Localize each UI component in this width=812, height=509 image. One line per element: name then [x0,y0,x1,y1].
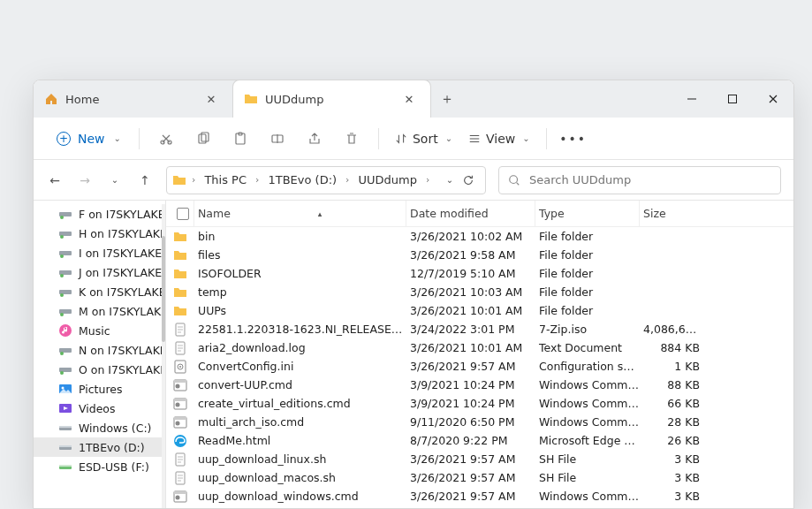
col-date[interactable]: Date modified [406,201,535,226]
forward-button[interactable]: → [76,173,94,187]
sidebar-item-label: ESD-USB (F:) [79,460,149,474]
file-type: SH File [535,471,640,484]
tab-uuddump[interactable]: UUDdump ✕ [232,80,431,118]
maximize-button[interactable] [712,80,753,118]
back-button[interactable]: ← [46,173,64,187]
file-name: uup_download_windows.cmd [194,490,406,503]
file-name: temp [194,285,406,299]
sidebar-item[interactable]: J on I7SKYLAKE [34,262,165,282]
breadcrumb-item[interactable]: 1TBEvo (D:) [264,171,340,188]
view-button[interactable]: View ⌄ [463,132,535,146]
chevron-right-icon[interactable]: › [344,174,351,186]
file-name: multi_arch_iso.cmd [194,415,406,429]
rename-button[interactable] [262,125,293,153]
file-date: 3/26/2021 10:01 AM [406,341,535,354]
sidebar-item[interactable]: O on I7SKYLAKE [34,360,165,379]
file-type: File folder [535,285,640,299]
share-button[interactable] [299,125,330,153]
cmd-icon [173,378,187,392]
svg-point-49 [176,421,180,425]
tab-close-icon[interactable]: ✕ [201,93,222,106]
file-row[interactable]: convert-UUP.cmd3/9/2021 10:24 PMWindows … [166,376,793,394]
sidebar-item[interactable]: Windows (C:) [34,418,165,437]
sidebar-item[interactable]: 1TBEvo (D:) [34,437,165,457]
file-row[interactable]: 22581.1.220318-1623.NI_RELEASE_CLIE...3/… [166,320,793,338]
minimize-button[interactable] [672,80,712,118]
breadcrumb-item[interactable]: UUDdump [355,171,421,188]
file-row[interactable]: bin3/26/2021 10:02 AMFile folder [166,227,793,246]
sidebar-item[interactable]: I on I7SKYLAKE [34,243,165,262]
file-row[interactable]: ReadMe.html8/7/2020 9:22 PMMicrosoft Edg… [166,431,793,450]
file-list: Name▴ Date modified Type Size bin3/26/20… [166,201,793,508]
file-size: 88 KB [640,378,710,391]
sidebar-item[interactable]: Music [34,321,165,340]
folder-icon [173,230,187,244]
sidebar-item[interactable]: M on I7SKYLAKE [34,301,165,321]
file-size: 26 KB [640,434,710,447]
address-bar[interactable]: › This PC › 1TBEvo (D:) › UUDdump › ⌄ [166,166,486,194]
up-button[interactable]: ↑ [136,173,154,187]
file-row[interactable]: uup_download_windows.cmd3/26/2021 9:57 A… [166,487,793,505]
sidebar-item[interactable]: Pictures [34,379,165,399]
file-name: uup_download_linux.sh [194,452,406,466]
svg-rect-45 [174,399,186,401]
sidebar-item[interactable]: H on I7SKYLAKE [34,224,165,243]
svg-rect-31 [59,426,72,428]
chevron-right-icon[interactable]: › [190,174,197,186]
body: F on I7SKYLAKEH on I7SKYLAKEI on I7SKYLA… [34,201,793,508]
select-all-checkbox[interactable] [177,208,189,220]
svg-point-9 [510,175,518,183]
file-row[interactable]: uup_download_linux.sh3/26/2021 9:57 AMSH… [166,450,793,468]
sidebar-item[interactable]: F on I7SKYLAKE [34,204,165,224]
chevron-right-icon[interactable]: › [424,174,431,186]
file-row[interactable]: ISOFOLDER12/7/2019 5:10 AMFile folder [166,264,793,283]
titlebar: Home ✕ UUDdump ✕ ＋ [34,80,793,118]
refresh-button[interactable] [462,174,480,186]
file-row[interactable]: ConvertConfig.ini3/26/2021 9:57 AMConfig… [166,357,793,376]
col-size[interactable]: Size [640,201,710,226]
search-box[interactable] [498,166,781,194]
svg-point-21 [60,313,64,316]
folder-icon [173,248,187,262]
sidebar-item[interactable]: K on I7SKYLAKE [34,282,165,301]
col-name[interactable]: Name▴ [194,201,406,226]
delete-button[interactable] [336,125,368,153]
search-input[interactable] [529,173,771,186]
sidebar-item-label: K on I7SKYLAKE [79,285,165,299]
tab-home[interactable]: Home ✕ [34,80,232,118]
history-dropdown[interactable]: ⌄ [441,175,459,185]
new-tab-button[interactable]: ＋ [431,80,463,118]
breadcrumb-item[interactable]: This PC [201,171,250,188]
sidebar-item[interactable]: ESD-USB (F:) [34,457,165,476]
close-button[interactable] [753,80,793,118]
chevron-right-icon[interactable]: › [254,174,261,186]
file-row[interactable]: create_virtual_editions.cmd3/9/2021 10:2… [166,394,793,413]
nav-pane[interactable]: F on I7SKYLAKEH on I7SKYLAKEI on I7SKYLA… [34,201,166,508]
more-button[interactable]: ••• [558,125,589,153]
new-button[interactable]: + New ⌄ [49,128,128,149]
paste-button[interactable] [224,125,256,153]
sort-button[interactable]: Sort ⌄ [390,132,458,146]
usbdrive-icon [58,460,72,474]
tab-close-icon[interactable]: ✕ [398,93,420,106]
sidebar-item-label: Music [79,324,110,338]
svg-point-43 [176,384,180,388]
file-row[interactable]: multi_arch_iso.cmd9/11/2020 6:50 PMWindo… [166,413,793,431]
copy-button[interactable] [187,125,219,153]
cmd-icon [173,490,187,504]
scrollbar-thumb[interactable] [162,236,165,342]
col-type[interactable]: Type [535,201,640,226]
file-row[interactable]: aria2_download.log3/26/2021 10:01 AMText… [166,338,793,357]
netdrive-icon [58,304,72,318]
cut-button[interactable] [150,125,182,153]
file-row[interactable]: temp3/26/2021 10:03 AMFile folder [166,283,793,301]
svg-rect-33 [59,445,72,447]
file-row[interactable]: files3/26/2021 9:58 AMFile folder [166,246,793,264]
file-row[interactable]: UUPs3/26/2021 10:01 AMFile folder [166,301,793,320]
file-size: 28 KB [640,415,710,429]
sidebar-item[interactable]: N on I7SKYLAKE [34,340,165,360]
sidebar-item[interactable]: Videos [34,399,165,418]
chevron-down-icon: ⌄ [114,133,121,143]
file-row[interactable]: uup_download_macos.sh3/26/2021 9:57 AMSH… [166,468,793,487]
recent-button[interactable]: ⌄ [106,175,124,185]
